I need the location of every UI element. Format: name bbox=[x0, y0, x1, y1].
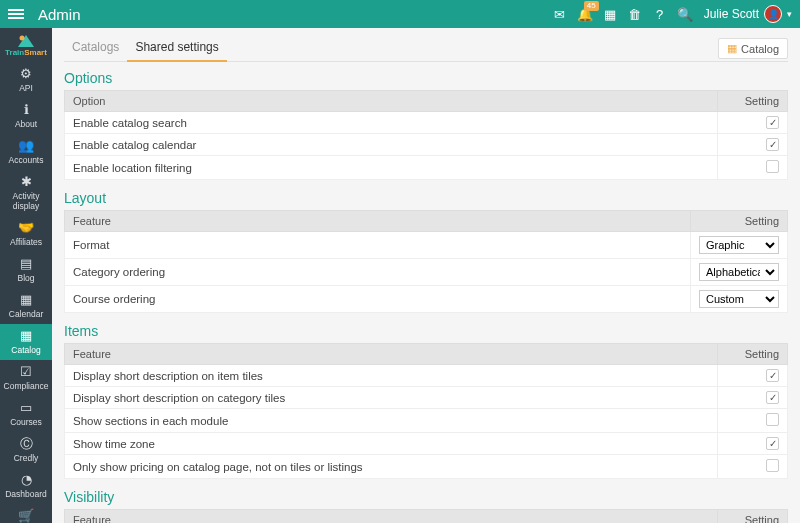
nav-label: Compliance bbox=[4, 381, 49, 391]
nav-label: About bbox=[15, 119, 37, 129]
nav-icon: ℹ bbox=[24, 103, 29, 117]
nav-label: Blog bbox=[17, 273, 34, 283]
nav-label: Affiliates bbox=[10, 237, 42, 247]
user-name: Julie Scott bbox=[704, 7, 759, 21]
table-row: Category orderingAlphabetical bbox=[65, 259, 788, 286]
sidebar-item-accounts[interactable]: 👥Accounts bbox=[0, 134, 52, 170]
row-label: Enable catalog calendar bbox=[65, 134, 718, 156]
table-row: FormatGraphic bbox=[65, 232, 788, 259]
nav-icon: ▦ bbox=[20, 329, 32, 343]
visibility-table: FeatureSetting Display items for default… bbox=[64, 509, 788, 523]
row-label: Show sections in each module bbox=[65, 409, 718, 433]
select-format[interactable]: Graphic bbox=[699, 236, 779, 254]
table-row: Display short description on category ti… bbox=[65, 387, 788, 409]
table-row: Display short description on item tiles bbox=[65, 365, 788, 387]
checkbox[interactable] bbox=[766, 369, 779, 382]
nav-label: Catalog bbox=[11, 345, 40, 355]
nav-label: Accounts bbox=[9, 155, 44, 165]
nav-icon: ◔ bbox=[21, 473, 32, 487]
row-label: Category ordering bbox=[65, 259, 691, 286]
checkbox[interactable] bbox=[766, 160, 779, 173]
nav-icon: ▤ bbox=[20, 257, 32, 271]
table-row: Enable catalog search bbox=[65, 112, 788, 134]
nav-icon: 🛒 bbox=[18, 509, 34, 523]
row-label: Display short description on item tiles bbox=[65, 365, 718, 387]
checkbox[interactable] bbox=[766, 413, 779, 426]
sidebar-item-api[interactable]: ⚙API bbox=[0, 62, 52, 98]
nav-icon: ✱ bbox=[21, 175, 32, 189]
mail-icon[interactable]: ✉ bbox=[550, 4, 570, 24]
nav-icon: 👥 bbox=[18, 139, 34, 153]
trash-icon[interactable]: 🗑 bbox=[625, 4, 645, 24]
row-label: Enable location filtering bbox=[65, 156, 718, 180]
search-icon[interactable]: 🔍 bbox=[675, 4, 695, 24]
svg-point-0 bbox=[20, 36, 25, 41]
section-title-items: Items bbox=[64, 323, 788, 339]
row-label: Display short description on category ti… bbox=[65, 387, 718, 409]
sidebar-item-courses[interactable]: ▭Courses bbox=[0, 396, 52, 432]
topbar: Admin ✉ 🔔45 ▦ 🗑 ? 🔍 Julie Scott 👤 ▾ bbox=[0, 0, 800, 28]
section-title-layout: Layout bbox=[64, 190, 788, 206]
nav-label: Credly bbox=[14, 453, 39, 463]
sidebar-item-catalog[interactable]: ▦Catalog bbox=[0, 324, 52, 360]
help-icon[interactable]: ? bbox=[650, 4, 670, 24]
nav-icon: Ⓒ bbox=[20, 437, 33, 451]
select-course-ordering[interactable]: Custom bbox=[699, 290, 779, 308]
options-table: OptionSetting Enable catalog searchEnabl… bbox=[64, 90, 788, 180]
table-row: Enable catalog calendar bbox=[65, 134, 788, 156]
tab-shared-settings[interactable]: Shared settings bbox=[127, 36, 226, 62]
nav-label: API bbox=[19, 83, 33, 93]
sidebar-item-blog[interactable]: ▤Blog bbox=[0, 252, 52, 288]
notification-badge: 45 bbox=[584, 1, 599, 11]
avatar: 👤 bbox=[764, 5, 782, 23]
section-title-visibility: Visibility bbox=[64, 489, 788, 505]
select-category-ordering[interactable]: Alphabetical bbox=[699, 263, 779, 281]
main-content: CatalogsShared settings ▦Catalog Options… bbox=[52, 28, 800, 523]
nav-icon: ☑ bbox=[20, 365, 32, 379]
checkbox[interactable] bbox=[766, 116, 779, 129]
nav-icon: 🤝 bbox=[18, 221, 34, 235]
checkbox[interactable] bbox=[766, 138, 779, 151]
nav-label: Dashboard bbox=[5, 489, 47, 499]
sidebar-item-credly[interactable]: ⒸCredly bbox=[0, 432, 52, 468]
sidebar-item-about[interactable]: ℹAbout bbox=[0, 98, 52, 134]
table-row: Show sections in each module bbox=[65, 409, 788, 433]
notifications-icon[interactable]: 🔔45 bbox=[575, 4, 595, 24]
sidebar: TrainSmart ⚙APIℹAbout👥Accounts✱Activity … bbox=[0, 28, 52, 523]
sidebar-item-dashboard[interactable]: ◔Dashboard bbox=[0, 468, 52, 504]
nav-label: Activity display bbox=[2, 191, 50, 211]
tabs-row: CatalogsShared settings ▦Catalog bbox=[64, 36, 788, 62]
sidebar-item-compliance[interactable]: ☑Compliance bbox=[0, 360, 52, 396]
tab-catalogs[interactable]: Catalogs bbox=[64, 36, 127, 62]
row-label: Course ordering bbox=[65, 286, 691, 313]
row-label: Format bbox=[65, 232, 691, 259]
table-row: Enable location filtering bbox=[65, 156, 788, 180]
sidebar-item-e-commerce[interactable]: 🛒E-commerce bbox=[0, 504, 52, 523]
nav-label: Courses bbox=[10, 417, 42, 427]
items-table: FeatureSetting Display short description… bbox=[64, 343, 788, 479]
sidebar-item-calendar[interactable]: ▦Calendar bbox=[0, 288, 52, 324]
nav-icon: ▦ bbox=[20, 293, 32, 307]
row-label: Show time zone bbox=[65, 433, 718, 455]
menu-toggle-icon[interactable] bbox=[8, 6, 24, 22]
sidebar-item-affiliates[interactable]: 🤝Affiliates bbox=[0, 216, 52, 252]
page-title: Admin bbox=[38, 6, 81, 23]
logo[interactable]: TrainSmart bbox=[0, 28, 52, 62]
calendar-icon[interactable]: ▦ bbox=[600, 4, 620, 24]
checkbox[interactable] bbox=[766, 459, 779, 472]
table-row: Course orderingCustom bbox=[65, 286, 788, 313]
grid-icon: ▦ bbox=[727, 42, 737, 55]
user-menu[interactable]: Julie Scott 👤 ▾ bbox=[704, 5, 792, 23]
sidebar-item-activity-display[interactable]: ✱Activity display bbox=[0, 170, 52, 216]
checkbox[interactable] bbox=[766, 391, 779, 404]
nav-icon: ▭ bbox=[20, 401, 32, 415]
checkbox[interactable] bbox=[766, 437, 779, 450]
nav-icon: ⚙ bbox=[20, 67, 32, 81]
topbar-icons: ✉ 🔔45 ▦ 🗑 ? 🔍 Julie Scott 👤 ▾ bbox=[550, 4, 792, 24]
table-row: Show time zone bbox=[65, 433, 788, 455]
catalog-button[interactable]: ▦Catalog bbox=[718, 38, 788, 59]
row-label: Only show pricing on catalog page, not o… bbox=[65, 455, 718, 479]
layout-table: FeatureSetting FormatGraphicCategory ord… bbox=[64, 210, 788, 313]
row-label: Enable catalog search bbox=[65, 112, 718, 134]
nav-label: Calendar bbox=[9, 309, 44, 319]
